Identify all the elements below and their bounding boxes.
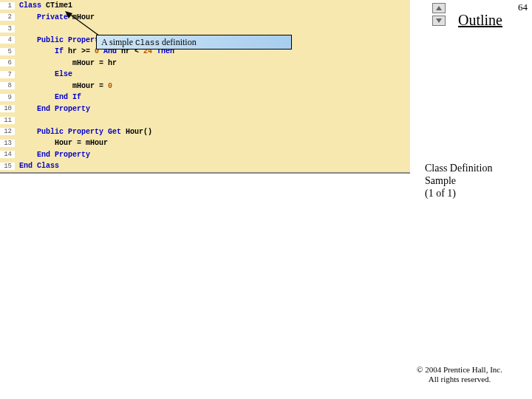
- code-content: End Class: [15, 162, 59, 170]
- line-number: 10: [0, 105, 15, 112]
- line-number: 12: [0, 128, 15, 135]
- slide-caption: Class Definition Sample (1 of 1): [425, 163, 528, 200]
- code-line: 14 End Property: [0, 149, 410, 161]
- svg-marker-3: [436, 18, 442, 23]
- annotation-suffix: definition: [160, 37, 197, 47]
- line-number: 5: [0, 48, 15, 55]
- line-number: 15: [0, 163, 15, 170]
- code-area: 1Class CTime12 Private mHour34 Public Pr…: [0, 0, 410, 174]
- code-content: Public Property Get Hour(): [15, 128, 152, 136]
- code-line: 2 Private mHour: [0, 12, 410, 24]
- line-number: 7: [0, 71, 15, 78]
- nav-down-button[interactable]: [432, 16, 446, 26]
- code-content: Hour = mHour: [15, 139, 108, 147]
- code-content: mHour = hr: [15, 59, 117, 67]
- code-line: 8 mHour = 0: [0, 81, 410, 92]
- code-line: 6 mHour = hr: [0, 58, 410, 69]
- line-number: 4: [0, 36, 15, 44]
- code-content: mHour = 0: [15, 82, 112, 90]
- copyright-notice: © 2004 Prentice Hall, Inc. All rights re…: [400, 365, 519, 384]
- code-content: End If: [15, 93, 81, 101]
- annotation-class: Class: [135, 38, 160, 47]
- copyright-line2: All rights reserved.: [400, 375, 519, 384]
- code-line: 10 End Property: [0, 103, 410, 115]
- code-line: 3: [0, 23, 410, 35]
- code-content: Private mHour: [15, 13, 95, 21]
- line-number: 14: [0, 151, 15, 158]
- code-content: Class CTime1: [15, 1, 72, 10]
- line-number: 2: [0, 13, 15, 21]
- line-number: 11: [0, 117, 15, 124]
- code-content: End Property: [15, 105, 90, 113]
- code-line: 11: [0, 115, 410, 126]
- line-number: 8: [0, 82, 15, 89]
- copyright-line1: © 2004 Prentice Hall, Inc.: [400, 365, 519, 375]
- nav-up-button[interactable]: [432, 3, 446, 13]
- outline-heading: Outline: [458, 12, 502, 29]
- line-number: 9: [0, 94, 15, 101]
- chevron-down-icon: [435, 18, 443, 24]
- caption-line2: Sample: [425, 175, 528, 188]
- code-line: 13 Hour = mHour: [0, 137, 410, 149]
- line-number: 6: [0, 59, 15, 66]
- line-number: 3: [0, 25, 15, 33]
- annotation-prefix: A simple: [101, 37, 135, 47]
- line-number: 13: [0, 140, 15, 147]
- code-line: 12 Public Property Get Hour(): [0, 126, 410, 138]
- nav-area: [432, 3, 447, 28]
- caption-line3: (1 of 1): [425, 188, 528, 200]
- code-line: 9 End If: [0, 92, 410, 103]
- code-content: Else: [15, 70, 72, 78]
- slide-number: 64: [518, 1, 528, 13]
- code-line: 15End Class: [0, 160, 410, 172]
- code-line: 1Class CTime1: [0, 0, 410, 12]
- annotation-box: A simple Class definition: [96, 35, 292, 50]
- line-number: 1: [0, 2, 15, 10]
- code-content: End Property: [15, 151, 90, 159]
- caption-line1: Class Definition: [425, 163, 528, 175]
- svg-marker-2: [436, 6, 442, 10]
- chevron-up-icon: [435, 5, 443, 11]
- code-line: 7 Else: [0, 69, 410, 81]
